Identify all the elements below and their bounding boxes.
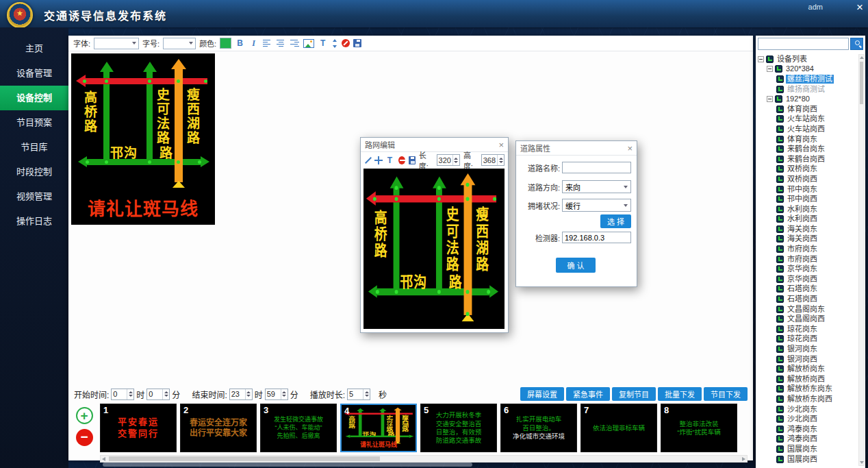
edit-handle-dot[interactable] bbox=[487, 290, 490, 294]
edit-handle-dot[interactable] bbox=[493, 197, 496, 201]
tree-item[interactable]: 京华岗西 bbox=[758, 274, 857, 284]
add-program-button[interactable]: + bbox=[76, 407, 93, 424]
italic-button[interactable]: I bbox=[248, 38, 259, 49]
tree-item[interactable]: 鸿泰岗西 bbox=[758, 434, 857, 445]
nav-item[interactable]: 视频管理 bbox=[0, 184, 68, 209]
end-minute-spinner[interactable]: 59 bbox=[265, 389, 288, 400]
arrow-up-icon[interactable] bbox=[246, 391, 251, 393]
road-arrow-green-left[interactable] bbox=[394, 188, 400, 293]
tree-item[interactable]: 解放桥岗西 bbox=[758, 374, 857, 384]
tree-item[interactable]: 体育岗东 bbox=[758, 134, 857, 145]
congestion-select[interactable]: 缓行 bbox=[562, 199, 631, 212]
road-label-left[interactable]: 高桥路 bbox=[373, 210, 386, 259]
close-icon[interactable]: × bbox=[627, 144, 633, 153]
road-label-middle[interactable]: 史可法路 bbox=[445, 206, 458, 273]
playlist-item[interactable]: 2 春运安全连万家出行平安靠大家 bbox=[180, 404, 257, 452]
tree-item[interactable]: 螺丝湾桥测试 bbox=[758, 74, 857, 84]
tree-item[interactable]: 文昌阁岗西 bbox=[758, 314, 857, 324]
page-scrollbar-thumb[interactable] bbox=[103, 463, 472, 467]
spinner-arrows[interactable] bbox=[452, 155, 459, 165]
tree-item[interactable]: 鸿泰岗东 bbox=[758, 424, 857, 434]
arrow-down-icon[interactable] bbox=[129, 395, 133, 397]
arrow-down-icon[interactable] bbox=[454, 161, 458, 163]
font-select[interactable] bbox=[94, 38, 139, 49]
nav-item[interactable]: 时段控制 bbox=[0, 160, 68, 184]
action-button[interactable]: 紧急事件 bbox=[566, 387, 610, 401]
edit-handle-dot[interactable] bbox=[437, 186, 441, 190]
close-icon[interactable]: × bbox=[856, 1, 863, 14]
align-left-icon[interactable] bbox=[262, 39, 272, 48]
tree-item[interactable]: 沙北岗东 bbox=[758, 404, 857, 415]
tree-item[interactable]: 石塔岗西 bbox=[758, 294, 857, 304]
detector-input[interactable] bbox=[562, 232, 631, 243]
road-label-right[interactable]: 瘦西湖路 bbox=[474, 206, 487, 273]
end-hour-spinner[interactable]: 23 bbox=[229, 389, 253, 400]
save-icon[interactable] bbox=[409, 156, 416, 164]
tree-item[interactable]: 火车站岗西 bbox=[758, 124, 857, 134]
road-name-input[interactable] bbox=[562, 162, 631, 173]
editor-canvas[interactable]: 高桥路 史可法路 瘦西湖路 邗沟 路 bbox=[363, 169, 505, 329]
tree-item[interactable]: 来鹤台岗东 bbox=[758, 144, 857, 154]
edit-handle-dot[interactable] bbox=[373, 197, 376, 201]
arrow-down-icon[interactable] bbox=[246, 395, 251, 397]
size-select[interactable] bbox=[163, 38, 196, 49]
arrow-up-icon[interactable] bbox=[164, 391, 168, 393]
move-icon[interactable] bbox=[374, 156, 381, 164]
insert-text-icon[interactable]: T bbox=[385, 155, 395, 166]
tree-item[interactable]: 双桥岗东 bbox=[758, 164, 857, 175]
collapse-icon[interactable] bbox=[767, 66, 773, 72]
height-spinner[interactable]: 368 bbox=[481, 154, 505, 166]
playlist-item[interactable]: 3 发生轻微交通事故“人未伤、车能动”先拍照、后撤离 bbox=[260, 404, 337, 452]
arrow-up-icon[interactable] bbox=[282, 391, 286, 393]
edit-handle-dot[interactable] bbox=[466, 290, 470, 294]
edit-handle-dot[interactable] bbox=[395, 186, 398, 190]
arrow-down-icon[interactable] bbox=[164, 395, 168, 397]
tree-item[interactable]: 水利岗西 bbox=[758, 214, 857, 225]
tree-item[interactable]: 水利岗东 bbox=[758, 204, 857, 214]
search-button[interactable] bbox=[850, 38, 863, 50]
confirm-button[interactable]: 确 认 bbox=[556, 258, 595, 273]
vertical-scrollbar[interactable] bbox=[858, 54, 865, 466]
action-button[interactable]: 批量下发 bbox=[658, 387, 702, 401]
tree-item[interactable]: 来鹤台岗西 bbox=[758, 154, 857, 164]
length-spinner[interactable]: 320 bbox=[437, 154, 460, 166]
collapse-icon[interactable] bbox=[767, 96, 773, 102]
tree-item[interactable]: 解放桥东岗东 bbox=[758, 384, 857, 395]
insert-image-icon[interactable] bbox=[303, 39, 314, 48]
stop-icon[interactable] bbox=[342, 39, 350, 47]
delete-icon[interactable] bbox=[398, 156, 405, 164]
playlist-item[interactable]: 6 扎实开展电动车百日整治。净化城市交通环境 bbox=[500, 404, 577, 452]
scroll-left-icon[interactable] bbox=[102, 457, 105, 461]
playlist-item[interactable]: 8 整治非法改装“炸街”扰民车辆 bbox=[661, 404, 737, 452]
edit-handle-dot[interactable] bbox=[437, 290, 441, 294]
arrow-down-icon[interactable] bbox=[282, 395, 286, 397]
edit-handle-dot[interactable] bbox=[466, 183, 470, 187]
tree-item[interactable]: 海关岗西 bbox=[758, 234, 857, 245]
tree-item[interactable]: 沙北岗西 bbox=[758, 414, 857, 424]
arrow-up-icon[interactable] bbox=[365, 391, 369, 393]
duration-spinner[interactable]: 5 bbox=[347, 389, 370, 400]
nav-item[interactable]: 主页 bbox=[0, 36, 68, 61]
action-button[interactable]: 复制节目 bbox=[612, 387, 656, 401]
edit-handle-dot[interactable] bbox=[466, 197, 470, 201]
draw-line-icon[interactable] bbox=[364, 156, 371, 164]
tree-item[interactable]: 市府岗东 bbox=[758, 244, 857, 254]
tree-item[interactable]: 市府岗西 bbox=[758, 254, 857, 264]
scroll-right-icon[interactable] bbox=[742, 457, 745, 461]
nav-item[interactable]: 节目库 bbox=[0, 135, 68, 160]
horizontal-scrollbar[interactable] bbox=[100, 455, 748, 463]
nav-item[interactable]: 设备管理 bbox=[0, 61, 68, 86]
tree-item[interactable]: 银河岗东 bbox=[758, 344, 857, 354]
road-arrow-red[interactable] bbox=[376, 195, 496, 202]
select-button[interactable]: 选 择 bbox=[600, 214, 631, 228]
scroll-down-icon[interactable] bbox=[860, 461, 864, 464]
arrow-up-icon[interactable] bbox=[129, 391, 133, 393]
dialog-titlebar[interactable]: 路网编辑 × bbox=[361, 138, 508, 152]
spinner-arrows[interactable] bbox=[363, 389, 370, 399]
road-direction-select[interactable]: 来向 bbox=[562, 180, 631, 193]
road-arrow-green-middle[interactable] bbox=[436, 188, 442, 293]
insert-text-icon[interactable]: T bbox=[318, 38, 328, 49]
tree-item[interactable]: 192*80 bbox=[758, 94, 857, 104]
tree-item[interactable]: 银河岗西 bbox=[758, 354, 857, 365]
spinner-arrows[interactable] bbox=[162, 389, 169, 399]
